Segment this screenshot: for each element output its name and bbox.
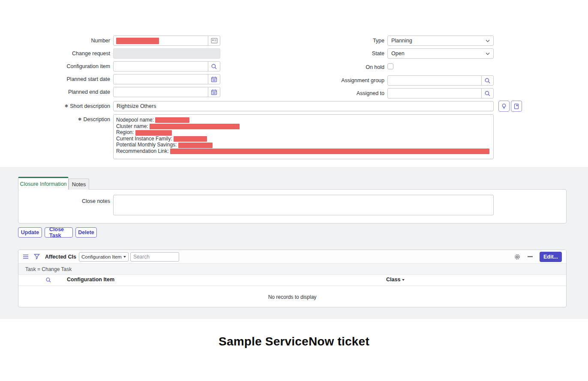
planned-end-date-label: Planned end date [17, 89, 110, 95]
lightbulb-icon [501, 103, 507, 110]
assigned-to-field[interactable] [387, 88, 494, 98]
description-line: Potential Monthly Savings: [116, 142, 491, 148]
mandatory-asterisk: ✱ [65, 104, 68, 108]
redacted-value [178, 143, 213, 148]
chevron-down-icon [486, 52, 490, 55]
empty-list-message: No records to display [18, 286, 566, 307]
planned-end-date-field[interactable] [113, 87, 220, 97]
list-breadcrumb[interactable]: Task = Change Task [18, 263, 566, 275]
servicenow-ticket-page: Number Change request Configuration item… [0, 0, 588, 381]
change-request-label: Change request [17, 50, 110, 57]
suggestion-lightbulb-button[interactable] [498, 101, 510, 112]
redacted-value [150, 124, 240, 129]
mandatory-asterisk: ✱ [78, 117, 81, 122]
on-hold-label: On hold [296, 64, 384, 71]
column-header-class[interactable]: Class [386, 277, 405, 283]
affected-cis-search-input[interactable] [130, 252, 179, 262]
search-icon[interactable] [208, 62, 220, 71]
affected-cis-header: Affected CIs Configuration Item ( Edit..… [18, 250, 566, 263]
description-line: Cluster name: [116, 123, 491, 130]
description-line: Region: [116, 129, 491, 136]
number-field[interactable] [113, 36, 220, 46]
description-line: Current Instance Family: [116, 136, 491, 142]
redacted-value [170, 149, 489, 154]
calendar-icon[interactable] [208, 87, 220, 97]
type-select-value: Planning [391, 38, 412, 44]
short-description-label: ✱Short description [17, 103, 110, 110]
close-notes-textarea[interactable] [113, 195, 494, 215]
description-line: Recommendation Link: [116, 148, 491, 155]
assignment-group-field[interactable] [387, 75, 494, 86]
type-label: Type [296, 37, 384, 44]
planned-start-date-label: Planned start date [17, 76, 110, 83]
column-header-configuration-item[interactable]: Configuration Item [67, 277, 114, 283]
change-request-field [113, 48, 220, 59]
configuration-item-field[interactable] [113, 61, 220, 71]
on-hold-checkbox[interactable] [387, 63, 393, 69]
page-caption: Sample ServiceNow ticket [0, 335, 588, 348]
configuration-item-label: Configuration item [17, 63, 110, 70]
delete-button[interactable]: Delete [75, 227, 97, 238]
redacted-value [174, 136, 207, 142]
gear-icon[interactable] [514, 253, 521, 260]
redacted-value [135, 130, 172, 136]
filter-icon[interactable] [34, 254, 40, 259]
chevron-down-icon [123, 256, 126, 258]
state-label: State [296, 50, 384, 57]
redacted-number-value [116, 38, 159, 44]
affected-cis-title: Affected CIs [45, 254, 76, 260]
affected-cis-panel: Affected CIs Configuration Item ( Edit..… [18, 250, 567, 307]
short-description-input[interactable] [113, 101, 494, 111]
list-context-menu-icon[interactable] [23, 254, 29, 259]
collapse-minus-icon[interactable] [528, 256, 533, 257]
assigned-to-label: Assigned to [296, 90, 384, 97]
column-search-icon[interactable] [45, 277, 51, 283]
description-line: Nodepool name: [116, 117, 491, 123]
type-select[interactable]: Planning [387, 36, 494, 46]
redacted-value [155, 117, 189, 123]
search-icon[interactable] [481, 76, 493, 85]
tab-notes[interactable]: Notes [69, 179, 89, 190]
template-icon [513, 103, 519, 110]
number-label: Number [17, 37, 110, 44]
calendar-icon[interactable] [208, 74, 220, 84]
list-column-header-row: Configuration Item Class [18, 275, 566, 286]
close-notes-label: Close notes [17, 198, 110, 205]
search-icon[interactable] [481, 89, 493, 98]
search-field-selector[interactable]: Configuration Item ( [79, 252, 129, 262]
chevron-down-icon [402, 279, 405, 281]
assignment-group-label: Assignment group [296, 77, 384, 84]
description-label: ✱Description [17, 116, 110, 123]
close-task-button[interactable]: Close Task [45, 227, 73, 238]
update-button[interactable]: Update [18, 227, 42, 238]
state-select[interactable]: Open [387, 48, 494, 59]
tab-closure-information[interactable]: Closure Information [18, 177, 69, 190]
planned-start-date-field[interactable] [113, 74, 220, 84]
reference-card-icon[interactable] [208, 36, 220, 45]
description-textarea[interactable]: Nodepool name: Cluster name: Region: Cur… [113, 114, 494, 159]
edit-button[interactable]: Edit... [540, 252, 562, 262]
template-button[interactable] [511, 101, 522, 112]
chevron-down-icon [486, 39, 490, 42]
state-select-value: Open [391, 51, 405, 57]
